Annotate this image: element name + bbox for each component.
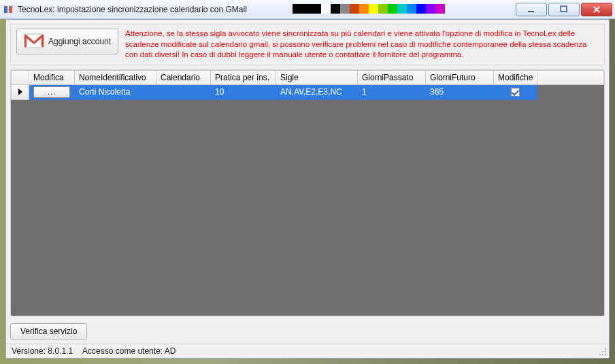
col-header-spacer [537, 70, 604, 84]
accounts-grid[interactable]: Modifica NomeIdentificativo Calendario P… [10, 69, 605, 316]
app-icon [3, 4, 14, 15]
col-header-modifiche[interactable]: Modifiche [494, 70, 537, 84]
status-bar: Versione: 8.0.1.1 Accesso come utente: A… [6, 344, 609, 358]
window-titlebar: TecnoLex: impostazione sincronizzazione … [0, 0, 615, 19]
grid-corner [12, 70, 29, 84]
svg-point-12 [605, 354, 606, 355]
cell-calendario[interactable] [156, 84, 211, 99]
cell-sigle[interactable]: AN,AV,E2,E3,NC [276, 84, 358, 99]
svg-point-10 [599, 354, 601, 355]
svg-point-7 [605, 348, 606, 350]
svg-rect-5 [24, 35, 27, 47]
warning-text: Attenzione, se la stessa sigla avvocato … [125, 29, 599, 61]
col-header-pratica[interactable]: Pratica per ins. [211, 70, 276, 84]
title-color-strip [293, 4, 445, 14]
bottom-bar: Verifica servizio [6, 320, 609, 344]
cell-pratica[interactable]: 10 [211, 84, 276, 99]
grid-empty-area [11, 100, 604, 316]
cell-futuro[interactable]: 365 [426, 84, 494, 99]
cell-nome[interactable]: Corti Nicoletta [75, 84, 156, 99]
col-header-passato[interactable]: GiorniPassato [358, 70, 426, 84]
cell-spacer [537, 84, 604, 99]
close-button[interactable] [581, 3, 612, 16]
status-version: Versione: 8.0.1.1 [12, 346, 73, 356]
col-header-sigle[interactable]: Sigle [276, 70, 358, 84]
edit-row-button[interactable]: ... [33, 86, 70, 98]
top-panel: Aggiungi account Attenzione, se la stess… [10, 24, 605, 65]
verify-service-button[interactable]: Verifica servizio [10, 323, 87, 340]
svg-rect-3 [561, 6, 567, 12]
modifiche-checkbox[interactable] [511, 88, 520, 97]
window-body: Aggiungi account Attenzione, se la stess… [5, 19, 610, 359]
row-indicator-icon [12, 84, 29, 99]
col-header-nome[interactable]: NomeIdentificativo [75, 70, 156, 84]
gmail-icon [24, 33, 44, 50]
minimize-button[interactable] [516, 3, 547, 16]
resize-grip-icon[interactable] [599, 348, 607, 356]
cell-modifiche[interactable] [494, 84, 537, 99]
svg-rect-6 [41, 35, 44, 47]
table-row[interactable]: ... Corti Nicoletta 10 AN,AV,E2,E3,NC 1 … [12, 84, 604, 99]
status-user: Accesso come utente: AD [82, 346, 176, 356]
col-header-futuro[interactable]: GiorniFuturo [426, 70, 494, 84]
svg-point-9 [605, 351, 606, 352]
cell-passato[interactable]: 1 [358, 84, 426, 99]
col-header-modifica[interactable]: Modifica [29, 70, 75, 84]
svg-point-8 [602, 351, 603, 352]
svg-point-11 [602, 354, 603, 355]
maximize-button[interactable] [548, 3, 580, 16]
svg-rect-2 [528, 11, 534, 12]
add-account-button[interactable]: Aggiungi account [16, 29, 118, 54]
cell-modifica[interactable]: ... [29, 84, 75, 99]
add-account-label: Aggiungi account [48, 37, 111, 46]
col-header-calendario[interactable]: Calendario [156, 70, 211, 84]
